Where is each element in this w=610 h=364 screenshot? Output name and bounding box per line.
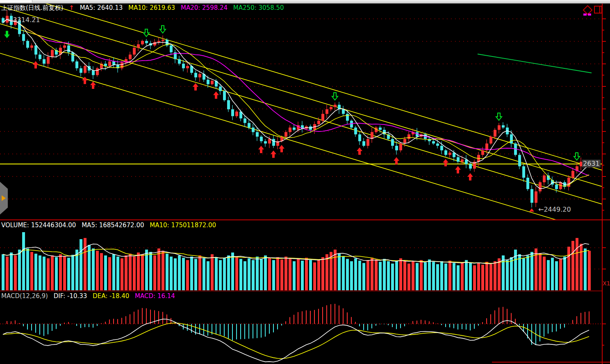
up-arrow-icon: ↑	[69, 4, 74, 11]
low-point-marker	[529, 208, 534, 212]
split-window-pane-divider	[599, 7, 600, 13]
axis-and-dividers	[0, 3, 610, 364]
macd-title: MACD(12,26,9)	[1, 292, 48, 300]
toolbar-button-edge[interactable]	[0, 0, 32, 2]
magenta-tick-mark-2	[588, 14, 591, 16]
symbol-title: 上证指数(日线.前复权)	[1, 4, 63, 11]
ma5-value: MA5: 2640.13	[80, 4, 123, 11]
macd-lines	[3, 319, 589, 362]
main-panel-header: 上证指数(日线.前复权) ↑ MA5: 2640.13 MA10: 2619.6…	[1, 4, 288, 12]
dif-value: DIF: -10.33	[54, 292, 87, 300]
ma20-value: MA20: 2598.24	[181, 4, 228, 11]
axis-price-label: 2631	[582, 160, 601, 167]
price-ma-lines	[3, 19, 589, 189]
expand-arrow-icon	[2, 195, 6, 201]
trading-app-window: 上证指数(日线.前复权) ↑ MA5: 2640.13 MA10: 2619.6…	[0, 0, 610, 364]
dea-value: DEA: -18.40	[93, 292, 129, 300]
low-price-label: ←2449.20	[538, 206, 571, 213]
ma250-value: MA250: 3058.50	[233, 4, 284, 11]
split-window-icon[interactable]	[594, 6, 602, 14]
macd-panel-header: MACD(12,26,9) DIF: -10.33 DEA: -18.40 MA…	[1, 292, 179, 300]
toolbar-bottom-strip	[0, 0, 610, 4]
trend-channel-lines	[0, 0, 602, 234]
high-price-label: ←3314.21	[7, 16, 40, 24]
candlesticks	[2, 10, 591, 208]
volume-ma5-value: MA5: 168542672.00	[82, 222, 144, 229]
ma250-line	[478, 54, 592, 73]
macd-histogram	[3, 304, 589, 345]
volume-value: VOLUME: 152446304.00	[1, 222, 76, 229]
ma10-value: MA10: 2619.63	[128, 4, 175, 11]
volume-ma-lines	[3, 244, 589, 264]
volume-ma10-value: MA10: 175011872.00	[150, 222, 216, 229]
magenta-tick-mark-1	[583, 14, 587, 16]
volume-bars	[2, 232, 591, 290]
macd-value: MACD: 16.14	[135, 292, 175, 300]
signal-arrows	[4, 26, 580, 212]
chart-canvas[interactable]	[0, 0, 610, 364]
volume-panel-header: VOLUME: 152446304.00 MA5: 168542672.00 M…	[1, 222, 220, 229]
volume-scale-label: X1	[603, 280, 610, 287]
